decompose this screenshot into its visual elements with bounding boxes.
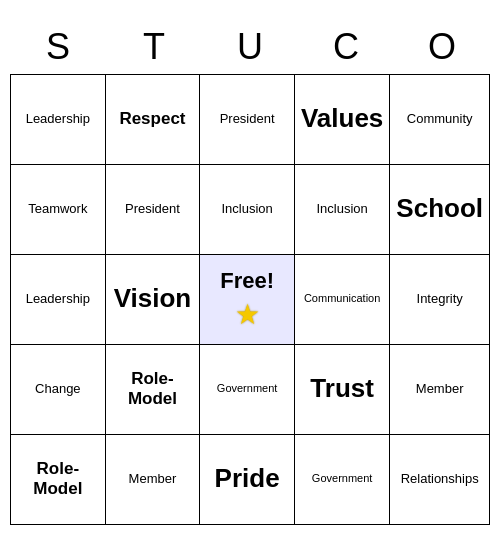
cell-text: Member: [129, 471, 177, 487]
cell-r4-c3: Government: [295, 435, 390, 525]
cell-text: Government: [312, 472, 373, 485]
cell-r3-c3: Trust: [295, 345, 390, 435]
bingo-header: STUCO: [10, 20, 490, 74]
cell-text: Vision: [114, 283, 192, 314]
cell-text: Integrity: [417, 291, 463, 307]
cell-r1-c2: Inclusion: [200, 165, 295, 255]
cell-text: Community: [407, 111, 473, 127]
cell-text: Communication: [304, 292, 380, 305]
cell-r4-c0: Role- Model: [11, 435, 106, 525]
cell-text: Pride: [215, 463, 280, 494]
cell-text: Leadership: [26, 111, 90, 127]
cell-text: Role- Model: [33, 459, 82, 500]
cell-r2-c0: Leadership: [11, 255, 106, 345]
cell-text: Government: [217, 382, 278, 395]
bingo-card: STUCO LeadershipRespectPresidentValuesCo…: [10, 20, 490, 525]
cell-r2-c1: Vision: [106, 255, 201, 345]
cell-text: Teamwork: [28, 201, 87, 217]
header-letter: C: [298, 20, 394, 74]
cell-r3-c0: Change: [11, 345, 106, 435]
cell-text: Change: [35, 381, 81, 397]
cell-r2-c3: Communication: [295, 255, 390, 345]
cell-r2-c4: Integrity: [390, 255, 490, 345]
header-letter: U: [202, 20, 298, 74]
cell-r0-c1: Respect: [106, 75, 201, 165]
cell-r0-c2: President: [200, 75, 295, 165]
cell-text: Member: [416, 381, 464, 397]
cell-text: President: [220, 111, 275, 127]
free-label: Free!: [220, 268, 274, 294]
header-letter: S: [10, 20, 106, 74]
cell-r4-c4: Relationships: [390, 435, 490, 525]
cell-r2-c2: Free!★: [200, 255, 295, 345]
cell-r1-c0: Teamwork: [11, 165, 106, 255]
cell-r0-c0: Leadership: [11, 75, 106, 165]
cell-text: Relationships: [401, 471, 479, 487]
header-letter: T: [106, 20, 202, 74]
cell-text: Role- Model: [128, 369, 177, 410]
cell-r0-c4: Community: [390, 75, 490, 165]
cell-r4-c2: Pride: [200, 435, 295, 525]
cell-r1-c4: School: [390, 165, 490, 255]
bingo-grid: LeadershipRespectPresidentValuesCommunit…: [10, 74, 490, 525]
cell-r4-c1: Member: [106, 435, 201, 525]
cell-r3-c4: Member: [390, 345, 490, 435]
cell-r3-c1: Role- Model: [106, 345, 201, 435]
cell-text: Inclusion: [316, 201, 367, 217]
cell-text: Leadership: [26, 291, 90, 307]
cell-text: Inclusion: [221, 201, 272, 217]
cell-text: Respect: [119, 109, 185, 129]
cell-r0-c3: Values: [295, 75, 390, 165]
cell-text: Values: [301, 103, 383, 134]
cell-r1-c1: President: [106, 165, 201, 255]
cell-text: President: [125, 201, 180, 217]
cell-r3-c2: Government: [200, 345, 295, 435]
cell-text: School: [396, 193, 483, 224]
star-icon: ★: [235, 298, 260, 331]
header-letter: O: [394, 20, 490, 74]
cell-text: Trust: [310, 373, 374, 404]
cell-r1-c3: Inclusion: [295, 165, 390, 255]
